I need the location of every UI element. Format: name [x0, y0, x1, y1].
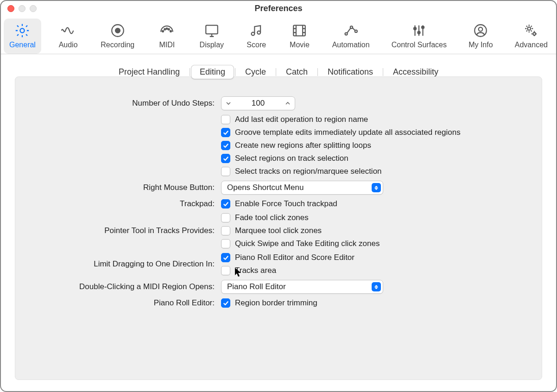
subtab-project-handling[interactable]: Project Handling — [110, 65, 188, 79]
toolbar-display[interactable]: Display — [194, 19, 229, 54]
toolbar-my-info[interactable]: My Info — [463, 19, 498, 54]
score-icon — [248, 22, 265, 39]
display-icon — [203, 22, 220, 39]
audio-icon — [60, 22, 76, 39]
svg-point-4 — [165, 29, 166, 30]
checkbox-row-groove_template: Groove template edits immediately update… — [221, 128, 528, 137]
toolbar-label: Recording — [101, 41, 134, 49]
checkbox-marquee_tool[interactable] — [221, 226, 230, 235]
svg-point-17 — [422, 26, 424, 28]
stepper-decrement[interactable] — [222, 97, 235, 110]
right-mouse-select[interactable]: Opens Shortcut Menu — [221, 181, 383, 195]
trackpad-label: Trackpad: — [29, 199, 215, 209]
svg-rect-11 — [294, 25, 306, 36]
right-mouse-label: Right Mouse Button: — [29, 183, 215, 192]
svg-point-12 — [345, 33, 348, 35]
toolbar-label: Score — [247, 41, 266, 49]
double-click-midi-label: Double-Clicking a MIDI Region Opens: — [29, 282, 215, 291]
toolbar-label: Display — [200, 41, 224, 49]
toolbar-movie[interactable]: Movie — [283, 19, 316, 54]
checkbox-add_last_edit[interactable] — [221, 115, 230, 124]
chevron-down-icon — [226, 101, 231, 106]
minimize-window-button[interactable] — [19, 5, 25, 12]
svg-point-7 — [166, 28, 168, 29]
toolbar-audio[interactable]: Audio — [52, 19, 84, 54]
editing-form: Number of Undo Steps: 100 Add last edit … — [15, 96, 542, 308]
window-title: Preferences — [1, 4, 556, 13]
stepper-increment[interactable] — [281, 97, 295, 110]
svg-point-21 — [533, 32, 536, 35]
checkbox-select_regions[interactable] — [221, 154, 230, 163]
movie-icon — [291, 22, 308, 39]
select-caret-icon — [372, 183, 381, 192]
preferences-window: Preferences GeneralAudioRecordingMIDIDis… — [0, 0, 557, 392]
checkbox-row-tracks_area: Tracks area — [221, 266, 528, 275]
checkbox-groove_template[interactable] — [221, 128, 230, 137]
subtab-accessibility[interactable]: Accessibility — [385, 65, 447, 79]
checkbox-fade_tool[interactable] — [221, 213, 230, 222]
checkbox-row-quick_swipe: Quick Swipe and Take Editing click zones — [221, 239, 528, 248]
checkbox-select_tracks[interactable] — [221, 167, 230, 176]
limit-drag-label: Limit Dragging to One Direction In: — [29, 259, 215, 269]
checkbox-row-marquee_tool: Marquee tool click zones — [221, 226, 528, 235]
checkbox-label-groove_template: Groove template edits immediately update… — [235, 128, 461, 137]
midi-icon — [158, 22, 175, 39]
checkbox-label-region_border_trim: Region border trimming — [235, 298, 317, 308]
svg-point-6 — [171, 31, 172, 32]
toolbar-label: MIDI — [159, 41, 175, 49]
checkbox-label-create_regions: Create new regions after splitting loops — [235, 141, 371, 150]
recording-icon — [109, 22, 126, 39]
toolbar-label: Movie — [290, 41, 310, 49]
checkbox-region_border_trim[interactable] — [221, 298, 230, 308]
advanced-icon — [523, 22, 539, 39]
toolbar-label: Advanced — [515, 41, 548, 49]
window-controls — [1, 5, 37, 12]
toolbar-advanced[interactable]: Advanced — [509, 19, 553, 54]
checkbox-piano_score[interactable] — [221, 253, 230, 262]
checkbox-label-select_tracks: Select tracks on region/marquee selectio… — [235, 167, 382, 176]
checkbox-create_regions[interactable] — [221, 141, 230, 150]
svg-point-2 — [115, 28, 120, 33]
checkbox-force_touch[interactable] — [221, 199, 230, 209]
checkbox-row-select_regions: Select regions on track selection — [221, 154, 528, 163]
zoom-window-button[interactable] — [30, 5, 37, 12]
checkbox-label-fade_tool: Fade tool click zones — [235, 213, 309, 222]
checkbox-row-region_border_trim: Region border trimming — [221, 298, 528, 308]
toolbar-label: General — [9, 41, 36, 49]
toolbar-automation[interactable]: Automation — [327, 19, 375, 54]
editing-panel: Number of Undo Steps: 100 Add last edit … — [15, 76, 542, 380]
checkbox-label-marquee_tool: Marquee tool click zones — [235, 226, 322, 235]
toolbar-score[interactable]: Score — [240, 19, 272, 54]
undo-steps-stepper[interactable]: 100 — [221, 96, 295, 110]
preferences-toolbar: GeneralAudioRecordingMIDIDisplayScoreMov… — [1, 16, 556, 54]
toolbar-midi[interactable]: MIDI — [151, 19, 183, 54]
svg-point-0 — [20, 28, 25, 32]
close-window-button[interactable] — [7, 5, 14, 12]
subtab-cycle[interactable]: Cycle — [237, 65, 274, 79]
checkbox-quick_swipe[interactable] — [221, 239, 230, 248]
checkbox-label-force_touch: Enable Force Touch trackpad — [235, 199, 337, 209]
subtab-catch[interactable]: Catch — [278, 65, 316, 79]
svg-point-13 — [350, 26, 353, 28]
toolbar-label: Control Surfaces — [392, 41, 447, 49]
toolbar-label: Automation — [332, 41, 370, 49]
my-info-icon — [472, 22, 489, 39]
subtab-editing[interactable]: Editing — [191, 65, 234, 79]
checkbox-row-create_regions: Create new regions after splitting loops — [221, 141, 528, 150]
subtab-notifications[interactable]: Notifications — [319, 65, 381, 79]
titlebar: Preferences — [1, 1, 556, 16]
checkbox-row-force_touch: Enable Force Touch trackpad — [221, 199, 528, 209]
svg-point-5 — [168, 29, 170, 30]
double-click-midi-select[interactable]: Piano Roll Editor — [221, 280, 383, 294]
svg-point-3 — [163, 31, 164, 32]
toolbar-recording[interactable]: Recording — [95, 19, 140, 54]
toolbar-control-surfaces[interactable]: Control Surfaces — [386, 19, 452, 54]
svg-point-16 — [418, 32, 420, 34]
checkbox-row-fade_tool: Fade tool click zones — [221, 213, 528, 222]
checkbox-label-quick_swipe: Quick Swipe and Take Editing click zones — [235, 239, 380, 248]
toolbar-general[interactable]: General — [4, 19, 41, 54]
checkbox-label-add_last_edit: Add last edit operation to region name — [235, 115, 368, 124]
checkbox-tracks_area[interactable] — [221, 266, 230, 275]
checkbox-label-tracks_area: Tracks area — [235, 266, 276, 275]
select-caret-icon — [372, 282, 381, 291]
